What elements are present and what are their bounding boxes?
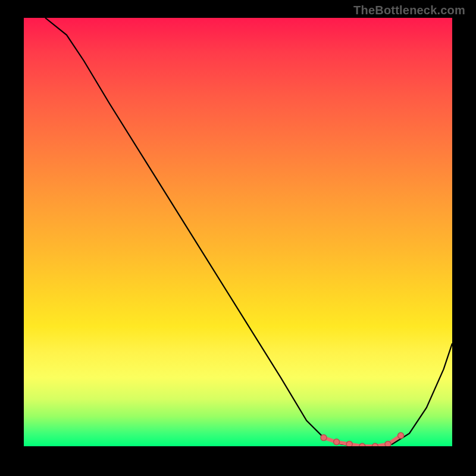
watermark-text: TheBottleneck.com xyxy=(353,4,465,17)
highlight-dot xyxy=(398,433,404,439)
chart-svg xyxy=(24,18,452,446)
highlight-dot xyxy=(359,443,365,446)
highlight-dot xyxy=(321,435,327,441)
highlight-dot xyxy=(346,441,352,446)
plot-area xyxy=(24,18,452,446)
highlight-dot xyxy=(334,439,340,445)
curve-line xyxy=(45,18,452,446)
highlight-dot xyxy=(385,441,391,446)
chart-container: TheBottleneck.com xyxy=(0,0,476,476)
highlight-dot xyxy=(372,443,378,446)
